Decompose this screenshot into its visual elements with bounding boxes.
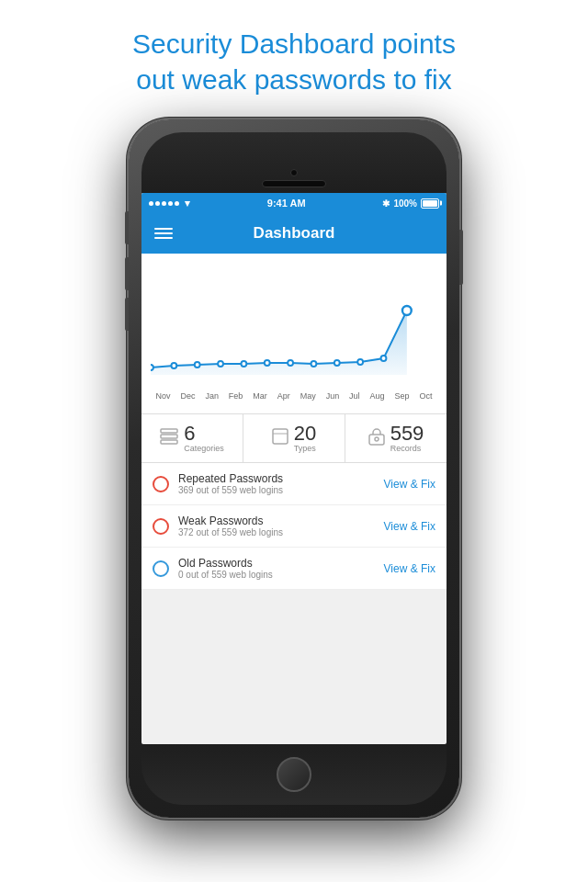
view-fix-old-button[interactable]: View & Fix — [384, 562, 435, 575]
svg-point-3 — [195, 362, 200, 368]
hamburger-menu-button[interactable] — [154, 228, 173, 239]
chart-label-apr: Apr — [277, 391, 290, 401]
security-title-old: Old Passwords — [178, 557, 375, 570]
security-list: Repeated Passwords 369 out of 559 web lo… — [141, 463, 447, 590]
stat-categories-label: Categories — [184, 444, 224, 453]
stat-types-text: 20 Types — [294, 424, 316, 453]
svg-point-10 — [357, 359, 363, 365]
chart-label-mar: Mar — [253, 391, 267, 401]
stat-categories-text: 6 Categories — [184, 424, 224, 453]
status-indicator-blue — [153, 560, 169, 577]
wifi-icon: ▾ — [185, 198, 190, 209]
types-icon — [272, 428, 288, 448]
svg-point-4 — [218, 361, 223, 367]
svg-rect-13 — [161, 429, 177, 433]
stat-records-text: 559 Records — [390, 424, 424, 453]
status-indicator-red-2 — [153, 518, 169, 535]
chart-label-aug: Aug — [370, 391, 385, 401]
svg-point-8 — [311, 361, 317, 367]
phone-screen: ▾ 9:41 AM ✱ 100% Dashboard — [141, 193, 447, 744]
chart-label-sep: Sep — [394, 391, 409, 401]
stats-row: 6 Categories 20 Types — [141, 414, 447, 463]
chart-svg — [151, 265, 437, 384]
status-bar: ▾ 9:41 AM ✱ 100% — [141, 193, 447, 213]
chart-label-jan: Jan — [205, 391, 219, 401]
view-fix-repeated-button[interactable]: View & Fix — [384, 478, 435, 491]
hamburger-line — [154, 232, 173, 234]
categories-icon — [160, 428, 178, 449]
svg-point-9 — [334, 360, 340, 366]
battery-fill — [423, 200, 437, 207]
header-line2: out weak passwords to fix — [136, 64, 452, 95]
speaker-grille — [262, 180, 326, 187]
security-item-weak: Weak Passwords 372 out of 559 web logins… — [141, 505, 447, 548]
stat-types: 20 Types — [243, 414, 345, 462]
security-info-repeated: Repeated Passwords 369 out of 559 web lo… — [178, 472, 375, 495]
phone-top-bezel — [141, 132, 447, 193]
security-item-repeated: Repeated Passwords 369 out of 559 web lo… — [141, 463, 447, 505]
security-subtitle-repeated: 369 out of 559 web logins — [178, 485, 375, 495]
status-time: 9:41 AM — [267, 198, 306, 209]
stat-categories-number: 6 — [184, 424, 224, 444]
status-indicator-red — [153, 476, 169, 492]
chart-label-feb: Feb — [229, 391, 243, 401]
chart-label-jul: Jul — [349, 391, 360, 401]
security-info-weak: Weak Passwords 372 out of 559 web logins — [178, 514, 375, 537]
battery-percent: 100% — [393, 198, 417, 209]
chart-label-oct: Oct — [419, 391, 432, 401]
chart-label-jun: Jun — [326, 391, 340, 401]
phone-bottom-bezel — [141, 744, 447, 805]
signal-dot — [175, 201, 179, 206]
svg-point-11 — [381, 356, 387, 361]
svg-point-1 — [151, 365, 153, 370]
chart-label-may: May — [300, 391, 316, 401]
svg-point-19 — [375, 437, 379, 441]
phone-frame: ▾ 9:41 AM ✱ 100% Dashboard — [129, 119, 459, 818]
signal-dot — [149, 201, 153, 206]
battery-icon — [421, 198, 439, 209]
home-button[interactable] — [277, 757, 311, 792]
status-left: ▾ — [149, 198, 190, 209]
svg-point-6 — [265, 360, 270, 366]
camera-dot — [290, 169, 298, 176]
svg-rect-15 — [161, 440, 177, 444]
stat-records-label: Records — [390, 444, 424, 453]
chart-label-nov: Nov — [155, 391, 170, 401]
signal-dot — [155, 201, 160, 206]
svg-point-7 — [288, 360, 293, 366]
security-item-old: Old Passwords 0 out of 559 web logins Vi… — [141, 548, 447, 590]
signal-dot — [168, 201, 173, 206]
stat-categories: 6 Categories — [141, 414, 243, 462]
nav-title: Dashboard — [254, 224, 335, 243]
security-title-weak: Weak Passwords — [178, 514, 375, 527]
hamburger-line — [154, 228, 173, 230]
svg-rect-16 — [273, 429, 288, 444]
signal-dots — [149, 201, 179, 206]
page-header: Security Dashboard points out weak passw… — [0, 0, 588, 112]
signal-dot — [162, 201, 166, 206]
bluetooth-icon: ✱ — [382, 198, 390, 209]
view-fix-weak-button[interactable]: View & Fix — [384, 520, 435, 533]
chart-area: Nov Dec Jan Feb Mar Apr May Jun Jul Aug … — [141, 254, 447, 414]
chart-label-dec: Dec — [180, 391, 195, 401]
security-subtitle-weak: 372 out of 559 web logins — [178, 527, 375, 537]
svg-rect-18 — [369, 435, 384, 445]
svg-point-12 — [402, 306, 412, 315]
stat-types-number: 20 — [294, 424, 316, 444]
nav-bar: Dashboard — [141, 213, 447, 254]
status-right: ✱ 100% — [382, 198, 439, 209]
battery-container — [421, 198, 439, 209]
stat-records: 559 Records — [345, 414, 447, 462]
records-icon — [368, 427, 385, 449]
security-title-repeated: Repeated Passwords — [178, 472, 375, 485]
svg-point-5 — [241, 361, 246, 367]
security-info-old: Old Passwords 0 out of 559 web logins — [178, 557, 375, 580]
header-line1: Security Dashboard points — [132, 28, 456, 59]
svg-point-2 — [171, 363, 176, 368]
security-subtitle-old: 0 out of 559 web logins — [178, 570, 375, 580]
hamburger-line — [154, 237, 173, 239]
svg-rect-14 — [161, 435, 177, 438]
stat-records-number: 559 — [390, 424, 424, 444]
chart-x-labels: Nov Dec Jan Feb Mar Apr May Jun Jul Aug … — [151, 388, 437, 404]
stat-types-label: Types — [294, 444, 316, 453]
